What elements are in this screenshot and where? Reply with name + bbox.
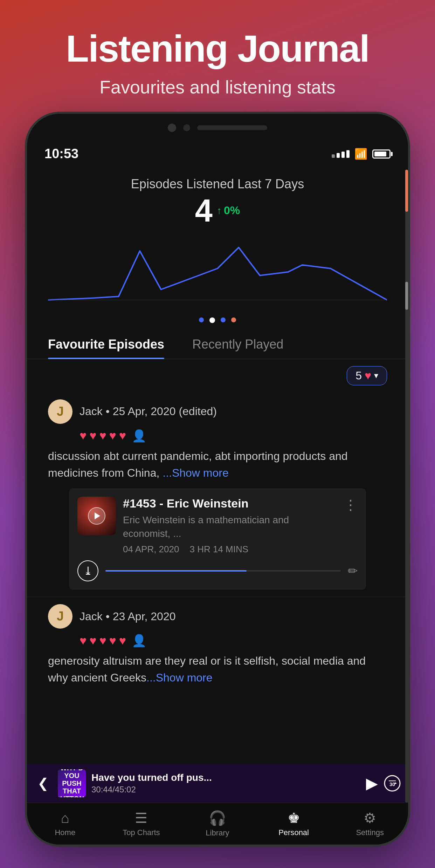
heart-4: ♥ [109, 429, 116, 442]
signal-icon [332, 150, 350, 158]
scrollbar[interactable] [405, 166, 408, 799]
stats-section: Episodes Listened Last 7 Days 4 ↑ 0% [27, 166, 408, 240]
dot-3[interactable] [221, 317, 226, 322]
avatar-jack-1: J [48, 399, 72, 424]
edit-btn-1[interactable]: ✏ [348, 564, 358, 578]
library-icon: 🎧 [209, 810, 226, 826]
show-more-2[interactable]: ...Show more [146, 671, 213, 684]
svg-marker-2 [389, 780, 396, 781]
settings-icon: ⚙ [364, 810, 376, 826]
episode-info-1: #1453 - Eric Weinstein Eric Weinstein is… [123, 497, 337, 555]
person-icon-1: 👤 [132, 429, 146, 443]
nav-label-personal: Personal [278, 828, 309, 837]
nav-item-personal[interactable]: ♚ Personal [256, 810, 332, 837]
filter-dropdown[interactable]: 5 ♥ ▾ [347, 366, 387, 385]
hearts-row-1: ♥ ♥ ♥ ♥ ♥ 👤 [80, 429, 387, 443]
review-text-2: generosity altruism are they real or is … [48, 652, 387, 686]
mini-player-back-btn[interactable]: ❮ [34, 772, 52, 794]
status-bar: 10:53 📶 [27, 142, 408, 166]
stats-title: Episodes Listened Last 7 Days [48, 177, 387, 191]
bottom-nav: ⌂ Home ☰ Top Charts 🎧 Library ♚ Personal… [27, 803, 408, 845]
heart-2-4: ♥ [109, 634, 116, 648]
progress-fill-1 [105, 570, 247, 572]
review-date-2: 23 Apr, 2020 [113, 610, 176, 623]
page-title: Listening Journal [66, 28, 369, 70]
mini-player-title: Have you turned off pus... [91, 772, 360, 783]
nav-item-top-charts[interactable]: ☰ Top Charts [103, 810, 180, 837]
episode-more-btn-1[interactable]: ⋮ [344, 497, 358, 513]
phone-notch [27, 114, 408, 142]
tab-recently-played[interactable]: Recently Played [192, 330, 283, 359]
stats-chart [48, 240, 387, 310]
heart-2-2: ♥ [89, 634, 96, 648]
nav-item-home[interactable]: ⌂ Home [27, 810, 103, 837]
nav-item-settings[interactable]: ⚙ Settings [332, 810, 408, 837]
mini-player-thumbnail: WHY'D YOU PUSH THAT BUTTON? [58, 769, 86, 797]
show-more-1[interactable]: ...Show more [163, 467, 229, 479]
avatar-jack-2: J [48, 604, 72, 629]
review-meta-2: Jack • 23 Apr, 2020 [80, 610, 176, 623]
stats-change: ↑ 0% [217, 204, 240, 217]
heart-2-1: ♥ [80, 634, 87, 648]
heart-icon: ♥ [365, 369, 371, 382]
episode-actions-1: ⤓ ✏ [77, 560, 358, 581]
heart-5: ♥ [119, 429, 126, 442]
nav-label-top-charts: Top Charts [123, 828, 160, 837]
mini-player-forward-btn[interactable]: 30 [384, 775, 401, 792]
heart-3: ♥ [99, 429, 106, 442]
heart-1: ♥ [80, 429, 87, 442]
review-user-1: Jack [80, 405, 103, 418]
episode-card-1: #1453 - Eric Weinstein Eric Weinstein is… [69, 488, 366, 590]
nav-label-home: Home [55, 828, 75, 837]
top-charts-icon: ☰ [135, 810, 147, 826]
notch-pill [197, 125, 267, 130]
status-icons: 📶 [332, 148, 391, 160]
mini-thumb-inner: WHY'D YOU PUSH THAT BUTTON? [58, 769, 86, 797]
arrow-up-icon: ↑ [217, 205, 222, 216]
nav-label-settings: Settings [356, 828, 384, 837]
heart-2-3: ♥ [99, 634, 106, 648]
tabs-row: Favourite Episodes Recently Played [27, 330, 408, 359]
battery-icon [372, 149, 391, 159]
nav-label-library: Library [206, 828, 229, 838]
mini-player-play-btn[interactable]: ▶ [366, 774, 378, 792]
camera-dot [168, 124, 176, 132]
page-subtitle: Favourites and listening stats [66, 77, 369, 98]
progress-bar-1 [105, 570, 341, 572]
tab-favourite-episodes[interactable]: Favourite Episodes [48, 330, 164, 359]
download-btn-1[interactable]: ⤓ [77, 560, 98, 581]
nav-item-library[interactable]: 🎧 Library [179, 810, 256, 838]
mini-player[interactable]: ❮ WHY'D YOU PUSH THAT BUTTON? Have you t… [27, 764, 408, 803]
dots-indicator [27, 317, 408, 323]
review-user-2: Jack [80, 610, 103, 623]
episode-thumbnail-1[interactable] [77, 497, 116, 535]
review-header-1: J Jack • 25 Apr, 2020 (edited) [48, 399, 387, 424]
review-header-2: J Jack • 23 Apr, 2020 [48, 604, 387, 629]
review-date-1: 25 Apr, 2020 [113, 405, 176, 418]
dot-4[interactable] [231, 317, 236, 322]
stats-percent: 0% [224, 204, 240, 217]
episode-date-1: 04 APR, 2020 [123, 544, 179, 555]
filter-row: 5 ♥ ▾ [27, 366, 408, 385]
dot-1[interactable] [199, 317, 204, 322]
phone-content: Episodes Listened Last 7 Days 4 ↑ 0% [27, 166, 408, 845]
episode-top-1: #1453 - Eric Weinstein Eric Weinstein is… [77, 497, 358, 555]
svg-text:30: 30 [389, 782, 395, 787]
heart-2-5: ♥ [119, 634, 126, 648]
phone-frame: 10:53 📶 Episodes Listened Last 7 Days [25, 112, 410, 847]
home-icon: ⌂ [61, 810, 69, 826]
episode-title-1: #1453 - Eric Weinstein [123, 497, 337, 510]
episode-duration-1: 3 HR 14 MINS [189, 544, 248, 555]
stats-count: 4 [195, 195, 213, 226]
wifi-icon: 📶 [354, 148, 367, 160]
person-icon-2: 👤 [132, 634, 146, 648]
review-item-1: J Jack • 25 Apr, 2020 (edited) ♥ ♥ ♥ ♥ ♥… [27, 392, 408, 597]
mini-player-info: Have you turned off pus... 30:44/45:02 [91, 772, 360, 794]
episode-meta-1: 04 APR, 2020 3 HR 14 MINS [123, 544, 337, 555]
dot-2[interactable] [209, 317, 215, 323]
episode-desc-1: Eric Weinstein is a mathematician and ec… [123, 513, 337, 540]
review-item-2: J Jack • 23 Apr, 2020 ♥ ♥ ♥ ♥ ♥ 👤 genero… [27, 597, 408, 686]
mini-player-time: 30:44/45:02 [91, 785, 360, 794]
chevron-down-icon: ▾ [374, 371, 378, 380]
status-time: 10:53 [44, 146, 78, 161]
